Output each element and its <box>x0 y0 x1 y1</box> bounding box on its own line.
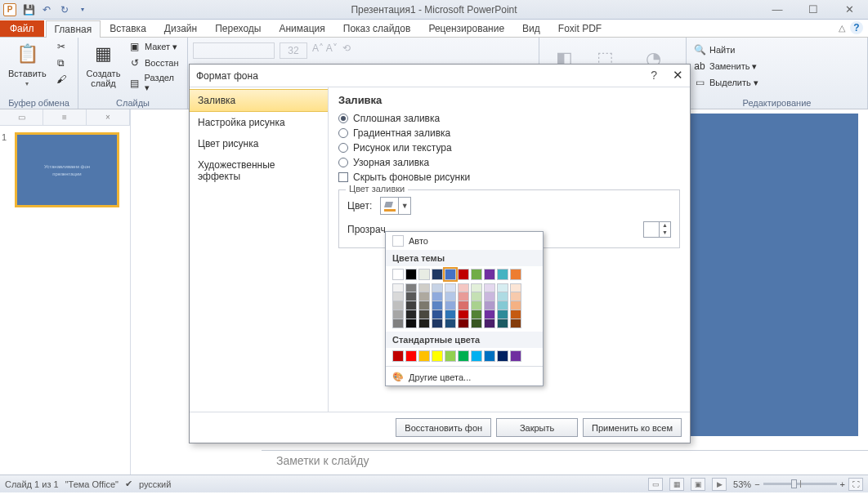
color-swatch[interactable] <box>392 269 404 280</box>
color-swatch[interactable] <box>445 283 456 292</box>
color-swatch[interactable] <box>484 319 495 328</box>
color-swatch[interactable] <box>405 319 417 328</box>
color-swatch[interactable] <box>484 283 495 292</box>
nav-item-effects[interactable]: Художественные эффекты <box>190 154 328 187</box>
color-swatch[interactable] <box>392 310 404 319</box>
view-slideshow-button[interactable]: ▶ <box>712 478 727 491</box>
view-normal-button[interactable]: ▭ <box>648 478 663 491</box>
maximize-button[interactable]: ☐ <box>803 3 824 16</box>
color-swatch[interactable] <box>497 301 508 310</box>
reset-bg-button[interactable]: Восстановить фон <box>396 418 491 437</box>
color-swatch[interactable] <box>432 269 443 280</box>
zoom-in-button[interactable]: + <box>840 479 845 489</box>
color-swatch[interactable] <box>445 269 456 280</box>
close-button[interactable]: ✕ <box>839 3 860 16</box>
color-swatch[interactable] <box>392 350 404 362</box>
color-swatch[interactable] <box>471 269 482 280</box>
tab-home[interactable]: Главная <box>46 20 101 38</box>
paste-button[interactable]: 📋 Вставить ▾ <box>5 39 50 89</box>
color-swatch[interactable] <box>418 310 430 319</box>
radio-pattern[interactable]: Узорная заливка <box>338 155 680 170</box>
color-swatch[interactable] <box>484 269 495 280</box>
font-size-field[interactable]: 32 <box>280 42 307 59</box>
color-swatch[interactable] <box>432 283 443 292</box>
color-swatch[interactable] <box>497 292 508 301</box>
chevron-down-icon[interactable]: ▼ <box>659 229 670 237</box>
spellcheck-icon[interactable]: ✔ <box>125 479 132 489</box>
tab-insert[interactable]: Вставка <box>101 20 155 37</box>
color-swatch[interactable] <box>510 269 521 280</box>
tab-view[interactable]: Вид <box>513 20 549 37</box>
notes-pane[interactable]: Заметки к слайду <box>262 450 868 474</box>
format-painter-button[interactable]: 🖌 <box>53 72 69 87</box>
color-swatch[interactable] <box>392 283 404 292</box>
tab-slideshow[interactable]: Показ слайдов <box>334 20 420 37</box>
color-swatch[interactable] <box>445 301 456 310</box>
color-swatch[interactable] <box>471 310 482 319</box>
color-picker-button[interactable]: ▼ <box>380 197 411 215</box>
color-swatch[interactable] <box>458 310 469 319</box>
color-swatch[interactable] <box>432 319 443 328</box>
color-swatch[interactable] <box>458 269 469 280</box>
color-swatch[interactable] <box>432 350 443 362</box>
reset-button[interactable]: ↺Восстан <box>127 56 182 70</box>
color-swatch[interactable] <box>418 292 430 301</box>
zoom-out-button[interactable]: − <box>754 479 759 489</box>
color-swatch[interactable] <box>405 301 417 310</box>
apply-all-button[interactable]: Применить ко всем <box>583 418 682 437</box>
color-swatch[interactable] <box>510 283 521 292</box>
color-swatch[interactable] <box>405 292 417 301</box>
color-swatch[interactable] <box>471 319 482 328</box>
fit-button[interactable]: ⛶ <box>848 478 863 491</box>
view-reading-button[interactable]: ▣ <box>691 478 705 491</box>
color-swatch[interactable] <box>458 283 469 292</box>
save-icon[interactable]: 💾 <box>21 2 36 17</box>
zoom-slider[interactable] <box>763 483 837 485</box>
slides-tab[interactable]: ▭ <box>0 109 43 125</box>
color-swatch[interactable] <box>445 350 456 362</box>
color-swatch[interactable] <box>471 350 482 362</box>
color-swatch[interactable] <box>471 292 482 301</box>
auto-color-item[interactable]: Авто <box>386 232 543 250</box>
color-swatch[interactable] <box>497 283 508 292</box>
color-swatch[interactable] <box>405 310 417 319</box>
redo-icon[interactable]: ↻ <box>57 2 72 17</box>
outline-tab[interactable]: ≡ <box>43 109 87 125</box>
replace-button[interactable]: abЗаменить ▾ <box>691 59 862 74</box>
color-swatch[interactable] <box>458 301 469 310</box>
color-swatch[interactable] <box>510 350 521 362</box>
color-swatch[interactable] <box>445 319 456 328</box>
color-swatch[interactable] <box>471 283 482 292</box>
color-swatch[interactable] <box>497 310 508 319</box>
dialog-close-button[interactable]: ✕ <box>673 68 683 82</box>
tab-review[interactable]: Рецензирование <box>419 20 513 37</box>
color-swatch[interactable] <box>510 301 521 310</box>
layout-button[interactable]: ▣Макет ▾ <box>127 39 182 54</box>
color-swatch[interactable] <box>405 350 417 362</box>
color-swatch[interactable] <box>418 319 430 328</box>
color-swatch[interactable] <box>484 292 495 301</box>
ribbon-collapse-icon[interactable]: △ <box>839 23 845 33</box>
close-dialog-button[interactable]: Закрыть <box>496 418 578 437</box>
radio-picture[interactable]: Рисунок или текстура <box>338 140 680 155</box>
tab-foxit[interactable]: Foxit PDF <box>549 20 611 37</box>
undo-icon[interactable]: ↶ <box>39 2 54 17</box>
panel-close-icon[interactable]: × <box>87 109 130 125</box>
qat-customize-icon[interactable]: ▾ <box>75 2 90 17</box>
checkbox-hide-bg[interactable]: Скрыть фоновые рисунки <box>338 170 680 185</box>
color-swatch[interactable] <box>405 269 417 280</box>
color-swatch[interactable] <box>471 301 482 310</box>
color-swatch[interactable] <box>445 310 456 319</box>
transparency-spinner[interactable]: ▲▼ <box>643 221 671 238</box>
nav-item-picture[interactable]: Настройка рисунка <box>190 112 328 133</box>
color-swatch[interactable] <box>418 350 430 362</box>
color-swatch[interactable] <box>458 350 469 362</box>
color-swatch[interactable] <box>510 319 521 328</box>
color-swatch[interactable] <box>392 292 404 301</box>
file-tab[interactable]: Файл <box>0 20 44 37</box>
color-swatch[interactable] <box>392 319 404 328</box>
color-swatch[interactable] <box>484 350 495 362</box>
tab-animation[interactable]: Анимация <box>270 20 333 37</box>
minimize-button[interactable]: — <box>767 3 788 16</box>
chevron-up-icon[interactable]: ▲ <box>659 222 670 229</box>
